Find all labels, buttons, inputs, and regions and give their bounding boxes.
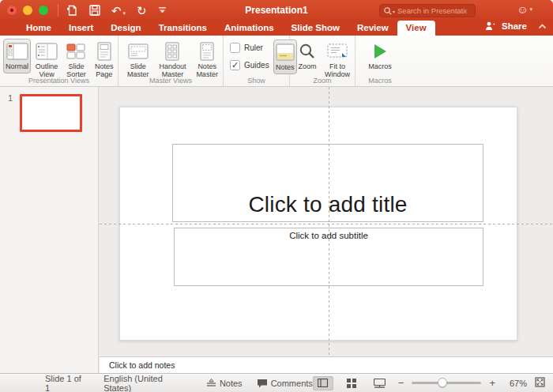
comments-status-toggle[interactable]: Comments [257,379,313,388]
ribbon: Normal Outline View Slide Sorter Notes P… [0,36,553,87]
notes-page-icon [97,41,111,62]
titlebar: ↶ ▾ ↻ Presentation1 ▾ ☺ ▾ [0,0,553,21]
title-placeholder-text: Click to add title [248,192,407,217]
handout-master-button[interactable]: Handout Master [155,39,191,81]
zoom-button[interactable]: Zoom [294,39,321,74]
smiley-icon: ☺ [517,4,528,15]
group-master-views: Slide Master Handout Master Notes Master… [118,36,224,86]
zoom-in-button[interactable]: + [489,377,495,389]
normal-view-icon [6,41,28,62]
new-presentation-icon[interactable] [66,5,78,17]
tab-transitions[interactable]: Transitions [150,21,216,36]
notes-status-toggle[interactable]: Notes [206,379,243,388]
guides-checkbox-row[interactable]: ✓ Guides [230,60,269,70]
vertical-guide[interactable] [329,87,329,356]
save-icon[interactable] [89,5,100,16]
tab-design[interactable]: Design [102,21,149,36]
slide-sorter-status-icon [347,379,356,388]
tab-insert[interactable]: Insert [60,21,102,36]
language-selector[interactable]: English (United States) [103,374,186,392]
tab-home[interactable]: Home [17,21,60,36]
group-label-zoom: Zoom [290,77,355,85]
search-icon [383,6,393,16]
search-box[interactable]: ▾ [379,4,476,17]
guides-label: Guides [244,61,269,70]
tab-view[interactable]: View [397,21,435,36]
collapse-ribbon-icon[interactable] [538,24,547,29]
group-zoom: Zoom Fit to Window Zoom [290,36,356,86]
title-placeholder[interactable]: Click to add title [172,144,483,222]
outline-view-icon [36,41,58,62]
undo-dropdown-caret-icon[interactable]: ▾ [123,10,126,16]
powerpoint-window: ↶ ▾ ↻ Presentation1 ▾ ☺ ▾ Home Insert De… [0,0,553,392]
zoom-window-button[interactable] [39,6,48,15]
slide-canvas: Click to add title Click to add subtitle [100,87,553,356]
group-label-show: Show [224,77,289,85]
customize-toolbar-icon[interactable] [158,6,167,14]
slide-master-icon [128,41,149,62]
redo-icon[interactable]: ↻ [137,5,147,17]
group-presentation-views: Normal Outline View Slide Sorter Notes P… [0,36,118,86]
notes-master-icon [200,41,214,62]
slide-thumbnail[interactable] [20,94,82,132]
feedback-caret-icon: ▾ [529,6,532,13]
normal-view-status-icon [318,379,328,387]
notes-master-button[interactable]: Notes Master [192,39,222,81]
tab-slide-show[interactable]: Slide Show [283,21,348,36]
slide-counter: Slide 1 of 1 [45,374,85,392]
share-button[interactable]: Share [502,21,527,31]
zoom-magnifier-icon [299,41,316,62]
window-controls [7,6,48,15]
quick-access-toolbar: ↶ ▾ ↻ [66,5,167,17]
zoom-slider-thumb[interactable] [438,378,447,387]
minimize-button[interactable] [23,6,32,15]
comments-icon [257,379,268,388]
search-input[interactable] [397,6,467,15]
outline-view-button[interactable]: Outline View [32,39,61,81]
notes-page-button[interactable]: Notes Page [92,39,117,81]
slide-sorter-status-button[interactable] [341,376,362,390]
slide-master-button[interactable]: Slide Master [123,39,153,81]
zoom-out-button[interactable]: − [398,377,404,389]
ruler-checkbox-row[interactable]: Ruler [230,43,269,53]
status-bar: Slide 1 of 1 English (United States) Not… [0,373,553,392]
macros-button[interactable]: Macros [363,39,397,74]
notes-pane[interactable]: Click to add notes [100,356,553,373]
group-macros: Macros Macros [356,36,404,86]
normal-view-button[interactable]: Normal [3,39,31,74]
normal-view-status-button[interactable] [313,376,333,390]
slide-sorter-icon [66,41,86,62]
slide-show-status-button[interactable] [370,376,390,390]
ruler-label: Ruler [244,43,263,52]
notes-status-icon [206,379,216,387]
guides-checkbox[interactable]: ✓ [230,60,240,70]
slide-sorter-button[interactable]: Slide Sorter [62,39,89,81]
feedback-control[interactable]: ☺ ▾ [517,4,532,15]
fit-to-window-button[interactable]: Fit to Window [322,39,352,81]
undo-icon[interactable]: ↶ [111,5,122,17]
titlebar-divider [58,4,58,17]
macros-play-icon [372,41,388,62]
fit-slide-icon [535,377,545,387]
slide-number-label: 1 [8,93,13,103]
horizontal-guide[interactable] [100,224,553,224]
fit-to-window-icon [327,41,348,62]
zoom-percentage[interactable]: 67% [503,379,527,388]
share-person-icon [485,21,497,31]
zoom-slider[interactable] [412,382,481,384]
tab-review[interactable]: Review [348,21,397,36]
ribbon-tabs: Home Insert Design Transitions Animation… [0,21,553,36]
group-show: Ruler ✓ Guides Notes Show [224,36,290,86]
ruler-checkbox[interactable] [230,43,240,53]
slide-show-status-icon [374,379,386,388]
close-button[interactable] [7,6,17,15]
group-label-presentation-views: Presentation Views [0,77,118,85]
notes-placeholder-text: Click to add notes [109,360,175,370]
search-scope-caret-icon[interactable]: ▾ [393,9,395,14]
share-area: Share [485,21,547,31]
group-label-macros: Macros [356,77,404,85]
handout-master-icon [165,41,179,62]
tab-animations[interactable]: Animations [216,21,283,36]
fit-slide-to-window-button[interactable] [535,377,545,389]
group-label-master-views: Master Views [118,77,223,85]
